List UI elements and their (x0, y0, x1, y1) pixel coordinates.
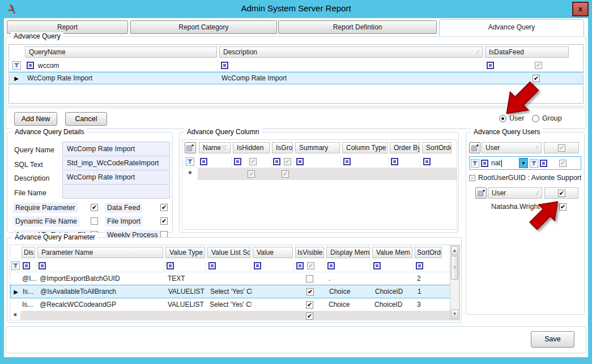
filter-funnel-icon[interactable] (11, 262, 20, 270)
save-button[interactable]: Save (531, 331, 574, 348)
scroll-down-icon[interactable]: ▼ (451, 310, 458, 319)
isgrou-filter-checkbox[interactable] (284, 158, 291, 165)
close-button[interactable]: x (572, 2, 589, 16)
filter-square-icon[interactable] (23, 262, 30, 269)
filter-square-icon[interactable] (167, 262, 174, 269)
tab-report-definition[interactable]: Report Defintion (278, 20, 437, 34)
column-header-value[interactable]: Value (253, 247, 293, 258)
column-header-value-type[interactable]: Value Type (165, 247, 205, 258)
param-row-recalcwccodeandgp[interactable]: Is... @RecalcWCCodeandGP VALUELIST Selec… (10, 298, 459, 311)
dropdown-button[interactable] (519, 158, 528, 168)
customize-grid-icon[interactable] (185, 142, 196, 153)
isdatafeed-filter-checkbox[interactable] (535, 62, 542, 69)
cancel-button[interactable]: Cancel (65, 112, 107, 126)
filter-funnel-icon[interactable] (471, 159, 479, 168)
column-header-ishidden[interactable]: IsHidden (233, 142, 270, 153)
ishidden-filter-checkbox[interactable] (249, 158, 257, 165)
filter-funnel-icon[interactable] (530, 159, 538, 168)
sql-text-field[interactable]: Std_imp_WcCodeRateImport (62, 156, 170, 170)
filter-funnel-icon[interactable] (12, 61, 21, 70)
file-name-field[interactable] (62, 184, 170, 199)
add-new-button[interactable]: Add New (14, 112, 57, 126)
column-header-isgrou[interactable]: IsGrou (272, 142, 293, 153)
filter-square-icon[interactable] (221, 62, 228, 69)
user-radio[interactable]: User (499, 114, 524, 122)
dynamic-file-name-checkbox[interactable] (91, 217, 98, 225)
column-header-value-mem[interactable]: Value Mem (372, 247, 412, 258)
cell-isvisible-checkbox[interactable] (306, 288, 314, 296)
collapse-minus-icon[interactable]: − (469, 175, 475, 181)
filter-funnel-icon[interactable] (186, 157, 194, 166)
filter-square-icon[interactable] (327, 262, 335, 269)
filter-square-icon[interactable] (481, 160, 488, 167)
group-radio[interactable]: Group (532, 114, 562, 122)
column-header-queryname[interactable]: QueryName (25, 46, 217, 58)
filter-square-icon[interactable] (416, 262, 423, 269)
column-header-sortorder[interactable]: SortOrder (415, 247, 442, 258)
users-inner-check-header[interactable] (544, 187, 578, 199)
filter-square-icon[interactable] (200, 158, 207, 165)
isgrou-new-checkbox[interactable] (282, 170, 289, 178)
file-import-checkbox[interactable] (160, 217, 168, 225)
column-header-isdatafeed[interactable]: IsDataFeed (485, 46, 569, 58)
query-grid-row-wccomp[interactable]: ▶ WcComp Rate Import WcComp Rate Import (9, 72, 583, 84)
column-grid-new-row[interactable]: ＊ (182, 168, 457, 180)
user-row-checkbox[interactable] (559, 203, 567, 211)
customize-grid-icon[interactable] (469, 142, 480, 153)
column-header-name[interactable]: Name▽ (199, 142, 231, 153)
filter-square-icon[interactable] (343, 158, 351, 165)
column-header-orderby[interactable]: Order By (390, 142, 420, 153)
query-name-field[interactable]: WcComp Rate Import (62, 142, 170, 156)
param-grid-scrollbar[interactable]: ▲ ▼ (450, 245, 459, 320)
user-filter-input[interactable]: nat (490, 158, 517, 168)
column-header-dis[interactable]: Dis (22, 247, 35, 258)
users-column-header[interactable]: User∕ (482, 142, 542, 153)
column-header-description[interactable]: Description∕ (219, 46, 483, 58)
description-field[interactable]: WcComp Rate Import (62, 170, 170, 185)
queryname-filter-value[interactable]: wccom (38, 62, 59, 70)
tab-report-category[interactable]: Report Category (130, 20, 277, 34)
cell-isvisible-checkbox[interactable] (306, 301, 313, 309)
column-header-parameter-name[interactable]: Parameter Name (37, 247, 163, 258)
filter-square-icon[interactable] (208, 262, 216, 269)
new-row-isvisible-checkbox[interactable] (306, 312, 313, 320)
scroll-up-icon[interactable]: ▲ (451, 246, 458, 255)
param-row-importexportbatchguid[interactable]: @I... @ImportExportBatchGUID TEXT . 2 (10, 272, 459, 285)
cell-isdatafeed-checkbox[interactable] (533, 75, 540, 82)
filter-square-icon[interactable] (39, 262, 46, 269)
filter-square-icon[interactable] (487, 62, 494, 69)
cell-isvisible-checkbox[interactable] (306, 275, 313, 282)
filter-square-icon[interactable] (373, 262, 381, 269)
customize-grid-icon[interactable] (475, 187, 487, 199)
column-header-isvisible[interactable]: IsVisible (295, 247, 324, 258)
users-inner-column-header[interactable]: User∕ (488, 187, 542, 199)
users-filter-checkbox[interactable] (559, 160, 567, 167)
user-row-natasha[interactable]: Natasha.Wright (475, 200, 581, 213)
data-feed-checkbox[interactable] (160, 204, 168, 211)
advance-query-grid[interactable]: QueryName Description∕ IsDataFeed (8, 44, 584, 104)
users-header-checkbox[interactable] (558, 144, 565, 152)
scrollbar-thumb[interactable] (451, 256, 458, 280)
users-check-column-header[interactable] (544, 142, 579, 153)
advance-query-parameter-grid[interactable]: Dis Parameter Name Value Type Value List… (10, 245, 460, 320)
filter-square-icon[interactable] (254, 262, 261, 269)
column-header-value-list-source[interactable]: Value List Sourc (207, 247, 250, 258)
isvisible-filter-checkbox[interactable] (307, 262, 314, 269)
filter-square-icon[interactable] (234, 158, 241, 165)
column-header-summary[interactable]: Summary (295, 142, 340, 153)
require-parameter-checkbox[interactable] (91, 204, 98, 211)
param-row-isavailabletoallbranch[interactable]: ▶ Is... @IsAvailableToAllBranch VALUELIS… (10, 285, 459, 298)
filter-square-icon[interactable] (296, 262, 304, 269)
filter-square-icon[interactable] (540, 160, 547, 167)
param-grid-new-row[interactable]: ＊ (10, 311, 459, 320)
ishidden-new-checkbox[interactable] (248, 170, 255, 178)
filter-square-icon[interactable] (273, 158, 280, 165)
filter-square-icon[interactable] (423, 158, 431, 165)
column-header-display-mem[interactable]: Display Mem (326, 247, 370, 258)
column-header-columntype[interactable]: Column Type (342, 142, 387, 153)
filter-square-icon[interactable] (296, 158, 304, 165)
title-bar[interactable]: Admin System Server Report x (0, 0, 592, 18)
users-inner-header-checkbox[interactable] (558, 190, 565, 197)
filter-square-icon[interactable] (27, 62, 34, 69)
tab-advance-query[interactable]: Advance Query (439, 19, 584, 36)
